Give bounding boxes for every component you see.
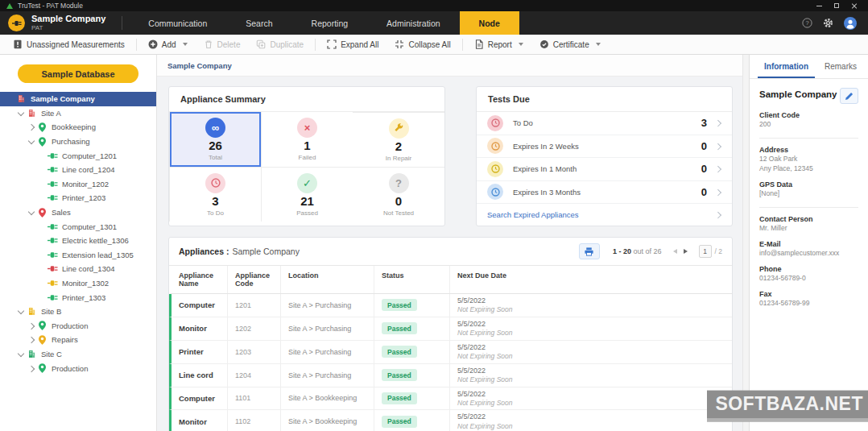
toolbar-button[interactable]: Collapse All [386,35,458,54]
settings-gear-button[interactable] [823,18,833,28]
summary-card[interactable]: ∞ 26 Total [169,112,261,167]
tree-expand-arrow[interactable] [27,137,36,146]
tree-item[interactable]: Purchasing [0,135,156,149]
tests-due-row[interactable]: To Do 3 [477,112,732,135]
toolbar-button[interactable]: Duplicate [248,35,312,54]
tree-item[interactable]: Computer_1301 [0,219,156,234]
table-row[interactable]: Computer 1201 Site A > Purchasing Passed… [169,294,732,317]
toolbar-button[interactable]: Delete [196,35,249,54]
menu-item[interactable]: Search [226,11,291,35]
tree-expand-arrow[interactable] [27,321,36,330]
tree-item[interactable]: Site C [0,347,156,362]
user-avatar-button[interactable] [844,17,857,30]
tree-item[interactable]: Line cord_1204 [0,163,156,177]
tree-expand-arrow[interactable] [38,180,47,189]
summary-card-icon [389,118,409,139]
search-expired-appliances-link[interactable]: Search Expired Appliances [477,204,732,226]
tree-expand-arrow[interactable] [27,122,36,131]
tree-expand-arrow[interactable] [27,335,36,344]
tree-item[interactable]: Site A [0,106,156,121]
summary-card[interactable]: ✓ 21 Passed [261,167,353,222]
menu-bar: Sample Company PAT CommunicationSearchRe… [0,11,868,35]
tree-item[interactable]: Sample Company [0,92,156,106]
tests-due-row[interactable]: Expires In 2 Weeks 0 [477,135,732,159]
menu-item[interactable]: Communication [129,11,226,35]
tree-expand-arrow[interactable] [38,293,47,302]
close-button[interactable] [845,0,863,11]
tree-item[interactable]: Monitor_1302 [0,276,156,291]
toolbar-button[interactable]: Unassigned Measurements [5,35,133,54]
tree-expand-arrow[interactable] [38,264,47,273]
tree-item[interactable]: Line cord_1304 [0,262,156,276]
minimize-button[interactable] [810,0,828,11]
print-button[interactable] [579,243,600,259]
tree-item[interactable]: Electric kettle_1306 [0,234,156,248]
tree-expand-arrow[interactable] [38,151,47,160]
sample-database-button[interactable]: Sample Database [18,64,138,83]
tests-due-row[interactable]: Expires In 1 Month 0 [477,158,732,181]
maximize-button[interactable] [828,0,845,11]
status-badge: Passed [382,416,417,428]
cell-appliance-name: Monitor [179,417,220,426]
table-row[interactable]: Monitor 1102 Site A > Bookkeeping Passed… [169,410,732,431]
summary-card[interactable]: × 1 Failed [261,112,353,167]
tree-item[interactable]: Production [0,319,156,334]
summary-card[interactable]: 3 To Do [169,167,261,222]
tree-item[interactable]: Monitor_1202 [0,177,156,192]
menu-item[interactable]: Administration [367,11,460,35]
cell-appliance-name: Printer [179,347,220,356]
tree-item[interactable]: Production [0,361,156,375]
summary-card[interactable]: ? 0 Not Tested [353,167,444,222]
table-row[interactable]: Line cord 1204 Site A > Purchasing Passe… [169,364,732,387]
tests-due-label: Expires In 1 Month [513,164,701,173]
summary-card[interactable]: 2 In Repair [353,112,444,167]
tests-due-row[interactable]: Expires In 3 Months 0 [477,181,732,205]
edit-button[interactable] [840,88,858,104]
cell-location: Site A > Purchasing [288,348,366,356]
tree-expand-arrow[interactable] [17,109,26,118]
toolbar-button[interactable]: Expand All [319,35,386,54]
tree-expand-arrow[interactable] [6,94,15,103]
next-page-button[interactable] [684,249,688,254]
previous-page-button[interactable] [673,249,677,254]
page-number-box[interactable]: 1 [699,245,712,258]
summary-cards: ∞ 26 Total × [169,112,444,222]
report-icon [474,39,484,49]
tree-expand-arrow[interactable] [38,279,47,288]
tree-expand-arrow[interactable] [38,193,47,202]
toolbar-button[interactable]: Certificate [531,35,609,54]
tree-item[interactable]: Repairs [0,333,156,347]
info-panel-tab[interactable]: Remarks [818,55,863,78]
tree-expand-arrow[interactable] [17,307,26,316]
menu-item[interactable]: Reporting [292,11,368,35]
tree-expand-arrow[interactable] [38,236,47,245]
chevron-right-icon [715,166,721,172]
toolbar-separator [136,39,137,51]
table-row[interactable]: Monitor 1202 Site A > Purchasing Passed … [169,317,732,341]
tree-item[interactable]: Printer_1203 [0,191,156,205]
tree-expand-arrow[interactable] [38,222,47,231]
tree-expand-arrow[interactable] [27,208,36,217]
summary-glyph-icon: ∞ [212,122,219,133]
window-title: TruTest - PAT Module [18,2,810,10]
tree-item[interactable]: Site B [0,305,156,319]
tree-expand-arrow[interactable] [38,165,47,174]
table-row[interactable]: Computer 1101 Site A > Bookkeeping Passe… [169,387,732,411]
menu-item[interactable]: Node [460,11,519,35]
tree-item[interactable]: Printer_1303 [0,290,156,305]
info-panel-tabs: InformationRemarks [750,55,868,79]
tree-item[interactable]: Bookkeeping [0,120,156,135]
tree-expand-arrow[interactable] [27,364,36,373]
tree-expand-arrow[interactable] [38,251,47,259]
toolbar-button[interactable]: Report [466,35,531,54]
table-row[interactable]: Printer 1203 Site A > Purchasing Passed … [169,341,732,364]
toolbar-button[interactable]: Add [140,35,196,54]
tree-expand-arrow[interactable] [17,350,26,358]
tree-item[interactable]: Computer_1201 [0,148,156,163]
tree-item[interactable]: Sales [0,205,156,220]
vertical-scrollbar[interactable] [742,55,749,431]
help-button[interactable]: ? [802,18,812,28]
appliance-summary-panel: Appliance Summary ∞ 26 [168,86,445,226]
tree-item[interactable]: Extension lead_1305 [0,248,156,263]
info-panel-tab[interactable]: Information [758,55,815,78]
